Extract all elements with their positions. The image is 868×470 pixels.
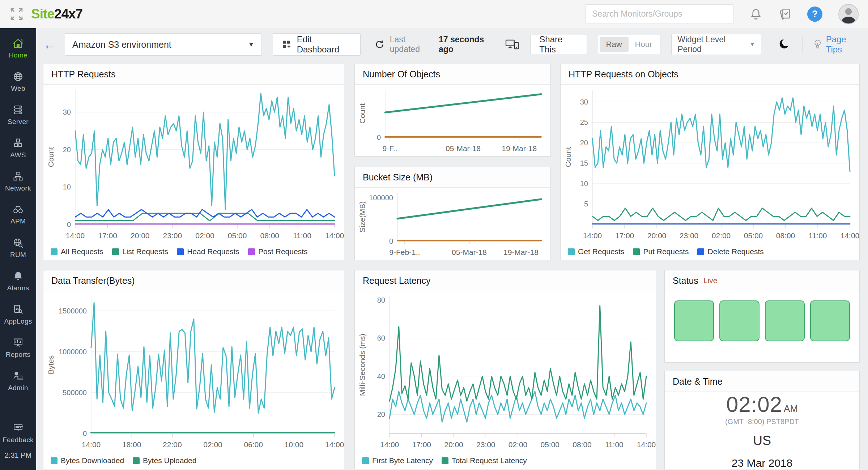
status-tile[interactable]	[810, 300, 850, 341]
svg-text:40: 40	[377, 372, 385, 380]
alarm-bell-icon	[13, 271, 24, 282]
svg-text:9-F..: 9-F..	[383, 144, 397, 153]
svg-text:30: 30	[580, 98, 588, 106]
sidebar-item-aws[interactable]: AWS	[0, 132, 36, 165]
dark-mode-moon-icon[interactable]	[778, 38, 791, 51]
sidebar-item-label: AppLogs	[4, 317, 32, 325]
legend-label: Get Requests	[578, 247, 624, 256]
notifications-bell-icon[interactable]	[749, 8, 762, 21]
panel-title: HTTP Requests	[51, 69, 115, 80]
avatar[interactable]	[838, 4, 859, 24]
sidebar-item-apm[interactable]: APM	[0, 198, 36, 231]
http-requests-on-objects-chart[interactable]: 5101520253014:0017:0020:0023:0002:0005:0…	[561, 85, 859, 243]
search-input[interactable]	[585, 4, 733, 24]
status-tile[interactable]	[719, 300, 759, 341]
page-tips-label: Page Tips	[826, 34, 861, 55]
number-of-objects-chart[interactable]: 09-F..05-Mar-1819-Mar-18Count	[355, 85, 550, 156]
data-transfer-chart[interactable]: 05000001000000150000014:0018:0022:0002:0…	[43, 291, 344, 452]
widget-level-period-value: Widget Level Period	[677, 35, 749, 54]
svg-text:02:00: 02:00	[712, 231, 731, 240]
back-arrow[interactable]: ←	[43, 38, 57, 51]
svg-text:30: 30	[63, 108, 71, 116]
panel-title: Bucket Size (MB)	[363, 172, 433, 183]
svg-text:18:00: 18:00	[122, 440, 141, 449]
sidebar-item-alarms[interactable]: Alarms	[0, 265, 36, 298]
svg-text:14:00: 14:00	[380, 440, 399, 449]
refresh-icon[interactable]	[374, 39, 385, 50]
panel-number-of-objects: Number Of Objects 09-F..05-Mar-1819-Mar-…	[354, 64, 551, 157]
http-requests-chart[interactable]: 010203014:0017:0020:0023:0002:0005:0008:…	[43, 85, 344, 243]
svg-text:05:00: 05:00	[744, 231, 763, 240]
panel-title: Number Of Objects	[363, 69, 440, 80]
legend-item[interactable]: Post Requests	[248, 247, 308, 256]
site24x7-logo[interactable]: Site24x7	[31, 7, 82, 22]
legend-item[interactable]: All Requests	[51, 247, 103, 256]
sidebar-item-applogs[interactable]: AppLogs	[0, 298, 36, 331]
legend-swatch	[51, 457, 58, 464]
svg-text:17:00: 17:00	[615, 231, 634, 240]
svg-text:Bytes: Bytes	[47, 355, 55, 375]
widget-level-period-selector[interactable]: Widget Level Period ▼	[671, 34, 761, 55]
sidebar-item-rum[interactable]: RUM	[0, 231, 36, 265]
svg-text:11:00: 11:00	[605, 440, 624, 449]
sidebar-item-label: Reports	[6, 351, 31, 359]
svg-text:14:00: 14:00	[637, 440, 656, 449]
legend-item[interactable]: Head Requests	[177, 247, 239, 256]
sidebar-item-reports[interactable]: Reports	[0, 331, 36, 364]
legend-item[interactable]: Total Request Latency	[442, 456, 527, 465]
legend-swatch	[51, 248, 58, 255]
sidebar-item-feedback[interactable]: Feedback	[0, 416, 36, 450]
sidebar-item-label: Home	[9, 51, 27, 59]
request-latency-chart[interactable]: 2040608014:0017:0020:0023:0002:0005:0008…	[355, 291, 656, 452]
legend-item[interactable]: First Byte Latency	[362, 456, 433, 465]
dashboard-toolbar: ← Amazon S3 environment ▼ Edit Dashboard…	[43, 33, 861, 56]
clock-region: US	[753, 433, 771, 448]
segment-raw[interactable]: Raw	[600, 37, 629, 52]
status-tile[interactable]	[765, 300, 805, 341]
panel-bucket-size: Bucket Size (MB) 01000009-Feb-1..05-Mar-…	[354, 167, 551, 260]
edit-dashboard-button[interactable]: Edit Dashboard	[273, 33, 360, 56]
svg-text:14:00: 14:00	[66, 231, 85, 240]
sidebar-item-label: Server	[8, 118, 29, 126]
sidebar-item-network[interactable]: Network	[0, 165, 36, 198]
segment-hour[interactable]: Hour	[629, 37, 659, 52]
sidebar-item-label: Web	[11, 85, 25, 93]
page-tips-link[interactable]: Page Tips	[813, 34, 861, 55]
dashboard-selector[interactable]: Amazon S3 environment ▼	[65, 33, 262, 56]
legend-item[interactable]: Bytes Downloaded	[51, 456, 124, 465]
sidebar-item-admin[interactable]: Admin	[0, 364, 36, 398]
legend-item[interactable]: List Requests	[112, 247, 168, 256]
svg-text:10:00: 10:00	[285, 440, 304, 449]
clock-time: 02:02	[726, 392, 782, 417]
legend-swatch	[177, 248, 184, 255]
admin-icon	[13, 371, 24, 381]
sidebar-item-web[interactable]: Web	[0, 65, 36, 98]
status-tile[interactable]	[674, 300, 714, 341]
legend-item[interactable]: Get Requests	[568, 247, 624, 256]
devices-icon[interactable]	[505, 38, 519, 51]
svg-text:14:00: 14:00	[583, 231, 602, 240]
sidebar-item-server[interactable]: Server	[0, 98, 36, 132]
panel-title: Request Latency	[363, 275, 431, 286]
sidebar-item-label: Feedback	[3, 436, 34, 444]
dashboard-selector-value: Amazon S3 environment	[72, 39, 171, 50]
svg-text:11:00: 11:00	[809, 231, 827, 240]
legend-item[interactable]: Bytes Uploaded	[133, 456, 196, 465]
share-this-button[interactable]: Share This	[530, 35, 587, 54]
expand-icon[interactable]	[9, 6, 25, 22]
edit-dashboard-grid-icon	[282, 39, 292, 50]
legend-item[interactable]: Delete Requests	[697, 247, 763, 256]
svg-text:14:00: 14:00	[325, 231, 344, 240]
sidebar-item-home[interactable]: Home	[0, 32, 36, 65]
legend-swatch	[568, 248, 575, 255]
legend-item[interactable]: Put Requests	[633, 247, 689, 256]
bucket-size-chart[interactable]: 01000009-Feb-1..05-Mar-1819-Mar-18Size(M…	[355, 188, 550, 260]
edit-dashboard-label: Edit Dashboard	[297, 34, 352, 55]
help-icon[interactable]: ?	[807, 7, 822, 22]
svg-text:23:00: 23:00	[476, 440, 495, 449]
legend-swatch	[112, 248, 119, 255]
tasks-icon[interactable]	[778, 8, 791, 21]
panel-title: Date & Time	[673, 376, 723, 387]
svg-text:1500000: 1500000	[59, 307, 87, 315]
panel-http-requests-on-objects: HTTP Requests on Objects 5101520253014:0…	[560, 64, 860, 260]
